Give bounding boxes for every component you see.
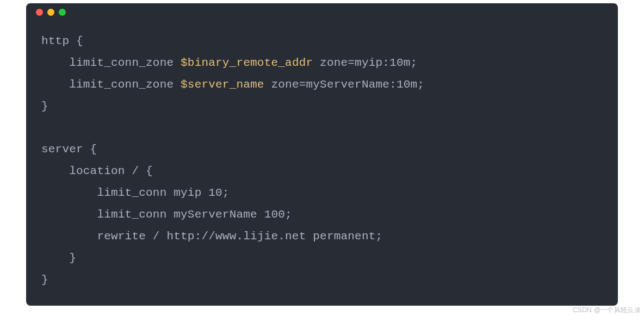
code-text: limit_conn_zone (41, 78, 181, 91)
code-line: limit_conn myip 10; (41, 187, 230, 199)
watermark-text: CSDN @一个风轻云淡 (573, 306, 641, 315)
code-line: } (41, 274, 48, 286)
code-line: http { (41, 35, 83, 47)
traffic-light-close-icon (36, 9, 43, 16)
code-window: http { limit_conn_zone $binary_remote_ad… (26, 3, 618, 306)
window-titlebar (26, 3, 618, 21)
code-line: limit_conn_zone $binary_remote_addr zone… (41, 57, 417, 69)
code-text: limit_conn_zone (41, 57, 181, 69)
code-variable: $binary_remote_addr (181, 57, 313, 69)
code-line: limit_conn myServerName 100; (41, 208, 292, 221)
code-text: zone=myServerName:10m; (264, 78, 424, 91)
code-block: http { limit_conn_zone $binary_remote_ad… (26, 21, 618, 302)
code-variable: $server_name (181, 78, 264, 91)
traffic-light-zoom-icon (59, 9, 66, 16)
traffic-light-minimize-icon (47, 9, 54, 16)
code-line: limit_conn_zone $server_name zone=myServ… (41, 78, 424, 91)
code-line: location / { (41, 165, 153, 177)
code-line: } (41, 252, 76, 264)
code-line: } (41, 100, 48, 113)
code-line: server { (41, 143, 97, 156)
code-text: zone=myip:10m; (313, 57, 417, 69)
code-line: rewrite / http://www.lijie.net permanent… (41, 230, 382, 243)
